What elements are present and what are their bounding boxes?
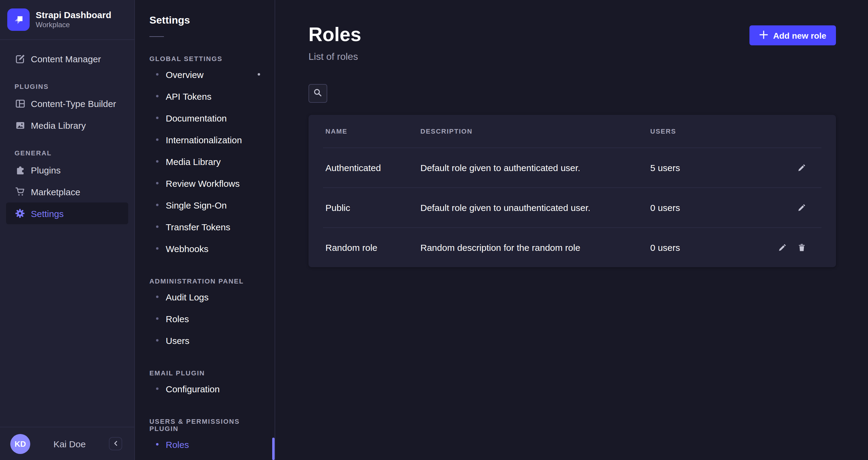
- bullet-icon: [156, 182, 158, 184]
- trash-icon: [797, 243, 806, 252]
- bullet-icon: [156, 247, 158, 250]
- cart-icon: [14, 187, 25, 197]
- role-name: Authenticated: [326, 163, 421, 173]
- workspace-title: Strapi Dashboard: [36, 9, 111, 21]
- bullet-icon: [156, 117, 158, 119]
- subnav-item-admin-roles[interactable]: Roles: [135, 308, 275, 329]
- app-window: Strapi Dashboard Workplace Content Manag…: [0, 0, 868, 460]
- role-description: Default role given to authenticated user…: [421, 163, 650, 173]
- subnav-item-label: API Tokens: [166, 91, 211, 101]
- bullet-icon: [156, 339, 158, 341]
- search-button[interactable]: [309, 84, 327, 103]
- sidebar-item-media-library[interactable]: Media Library: [6, 114, 128, 136]
- subnav-item-label: Configuration: [166, 384, 220, 394]
- subnav-item-label: Transfer Tokens: [166, 222, 230, 232]
- user-name: Kai Doe: [54, 438, 86, 449]
- role-description: Random description for the random role: [421, 242, 650, 253]
- sidebar-item-settings[interactable]: Settings: [6, 202, 128, 224]
- add-new-role-button[interactable]: Add new role: [749, 25, 836, 45]
- workspace-subtitle: Workplace: [36, 21, 111, 30]
- subnav-item-label: Documentation: [166, 113, 227, 123]
- subnav-item-label: Overview: [166, 69, 204, 79]
- subnav-item-single-sign-on[interactable]: Single Sign-On: [135, 194, 275, 216]
- content-type-builder-icon: [14, 98, 25, 108]
- column-header-users: USERS: [650, 128, 806, 135]
- subnav-item-api-tokens[interactable]: API Tokens: [135, 85, 275, 107]
- bullet-icon: [156, 138, 158, 141]
- bullet-icon: [156, 296, 158, 298]
- strapi-logo-icon: [7, 8, 30, 31]
- search-icon: [313, 88, 322, 99]
- nav-section-general: GENERAL: [0, 149, 134, 157]
- roles-table: NAME DESCRIPTION USERS Authenticated Def…: [309, 115, 836, 267]
- role-users-count: 0 users: [650, 202, 797, 213]
- subnav-item-documentation[interactable]: Documentation: [135, 107, 275, 129]
- role-description: Default role given to unauthenticated us…: [421, 202, 650, 213]
- table-row-random-role[interactable]: Random role Random description for the r…: [309, 228, 836, 267]
- table-row-authenticated[interactable]: Authenticated Default role given to auth…: [309, 148, 836, 187]
- subnav-item-label: Media Library: [166, 156, 221, 167]
- avatar: KD: [10, 434, 30, 454]
- subnav-item-up-roles[interactable]: Roles: [135, 433, 275, 455]
- sidebar-item-marketplace[interactable]: Marketplace: [6, 181, 128, 202]
- subnav-item-label: Review Workflows: [166, 178, 240, 188]
- collapse-sidebar-button[interactable]: [109, 437, 122, 450]
- sidebar-item-content-type-builder[interactable]: Content-Type Builder: [6, 93, 128, 114]
- sidebar-item-content-manager[interactable]: Content Manager: [6, 48, 128, 69]
- chevron-left-icon: [112, 439, 119, 448]
- edit-role-button[interactable]: [778, 243, 787, 252]
- subnav-title: Settings: [135, 14, 275, 27]
- role-users-count: 0 users: [650, 242, 778, 253]
- subnav-item-configuration[interactable]: Configuration: [135, 378, 275, 399]
- sidebar-item-plugins[interactable]: Plugins: [6, 159, 128, 181]
- subnav-section-administration-panel: ADMINISTRATION PANEL: [149, 277, 260, 285]
- gear-icon: [14, 208, 25, 218]
- main-content: Roles List of roles Add new role NAME DE…: [275, 0, 868, 460]
- bullet-icon: [156, 160, 158, 163]
- subnav-section-email-plugin: EMAIL PLUGIN: [149, 369, 260, 376]
- table-row-public[interactable]: Public Default role given to unauthentic…: [309, 188, 836, 227]
- subnav-item-audit-logs[interactable]: Audit Logs: [135, 286, 275, 308]
- table-header-row: NAME DESCRIPTION USERS: [309, 115, 836, 147]
- subnav-item-internationalization[interactable]: Internationalization: [135, 129, 275, 151]
- subnav-item-webhooks[interactable]: Webhooks: [135, 237, 275, 259]
- role-name: Public: [326, 202, 421, 213]
- column-header-name: NAME: [326, 128, 421, 135]
- edit-role-button[interactable]: [797, 163, 806, 172]
- bullet-icon: [156, 204, 158, 206]
- puzzle-icon: [14, 165, 25, 175]
- column-header-description: DESCRIPTION: [421, 128, 650, 135]
- sidebar-item-label: Marketplace: [31, 187, 80, 197]
- bullet-icon: [156, 95, 158, 97]
- bullet-icon: [156, 73, 158, 75]
- subnav-section-global-settings: GLOBAL SETTINGS: [149, 55, 260, 62]
- subnav-divider: [149, 36, 164, 37]
- subnav-item-admin-users[interactable]: Users: [135, 329, 275, 351]
- pencil-icon: [797, 163, 806, 172]
- subnav-item-media-library[interactable]: Media Library: [135, 151, 275, 172]
- delete-role-button[interactable]: [797, 243, 806, 252]
- edit-role-button[interactable]: [797, 203, 806, 212]
- settings-subnav: Settings GLOBAL SETTINGS Overview API To…: [135, 0, 275, 460]
- content-manager-icon: [14, 54, 25, 64]
- main-sidebar: Strapi Dashboard Workplace Content Manag…: [0, 0, 135, 460]
- sidebar-item-label: Settings: [31, 208, 63, 219]
- subnav-item-label: Webhooks: [166, 243, 208, 254]
- main-nav-list: Content Manager PLUGINS Content-Type Bui…: [0, 40, 134, 224]
- subnav-item-transfer-tokens[interactable]: Transfer Tokens: [135, 216, 275, 237]
- user-menu[interactable]: KD Kai Doe: [0, 427, 134, 460]
- page-subtitle: List of roles: [309, 52, 361, 62]
- pencil-icon: [797, 203, 806, 212]
- sidebar-item-label: Content-Type Builder: [31, 98, 116, 108]
- subnav-item-review-workflows[interactable]: Review Workflows: [135, 172, 275, 194]
- pencil-icon: [778, 243, 787, 252]
- subnav-item-label: Single Sign-On: [166, 200, 227, 210]
- workspace-brand[interactable]: Strapi Dashboard Workplace: [0, 0, 134, 40]
- add-new-role-label: Add new role: [773, 31, 826, 40]
- media-library-icon: [14, 120, 25, 130]
- subnav-item-overview[interactable]: Overview: [135, 63, 275, 85]
- subnav-item-label: Audit Logs: [166, 292, 209, 302]
- page-title: Roles: [309, 24, 361, 45]
- page-header: Roles List of roles Add new role: [309, 24, 836, 62]
- subnav-scrollbar-thumb[interactable]: [272, 438, 275, 460]
